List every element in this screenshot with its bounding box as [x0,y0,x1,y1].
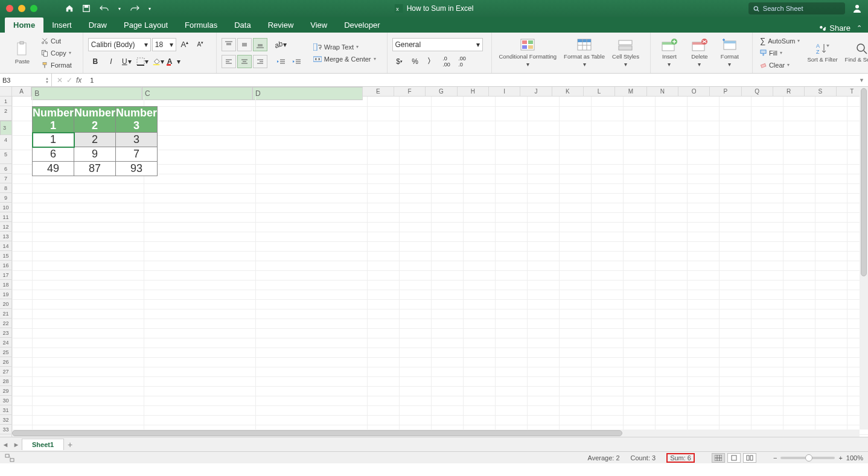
cancel-formula-icon[interactable]: ✕ [57,76,63,84]
row-header[interactable]: 31 [0,405,12,415]
end-mode-icon[interactable] [5,454,14,462]
zoom-level[interactable]: 100% [846,454,863,462]
row-header[interactable]: 2 [0,106,12,121]
row-header[interactable]: 17 [0,270,12,280]
number-format-select[interactable]: General▾ [392,38,483,51]
decrease-decimal-button[interactable]: .00.0 [455,55,470,68]
column-header[interactable]: N [647,87,678,96]
share-button[interactable]: Share [819,24,850,33]
increase-font-button[interactable]: A▴ [177,38,192,51]
tab-view[interactable]: View [302,17,336,33]
tab-data[interactable]: Data [226,17,259,33]
name-box[interactable]: B3▲▼ [0,74,52,86]
worksheet-grid[interactable]: ABCDEFGHIJKLMNOPQRST 1234567891011121314… [0,87,868,437]
vertical-scrollbar[interactable] [860,87,868,430]
scroll-thumb[interactable] [861,88,867,276]
page-break-button[interactable] [743,453,756,463]
row-header[interactable]: 5 [0,150,12,164]
tab-insert[interactable]: Insert [43,17,80,33]
redo-icon[interactable] [129,4,140,13]
column-header[interactable]: P [710,87,741,96]
row-header[interactable]: 13 [0,232,12,241]
align-top-button[interactable] [222,38,236,51]
align-center-button[interactable] [237,55,252,68]
row-header[interactable]: 15 [0,251,12,261]
fill-button[interactable]: Fill▾ [758,48,803,59]
table-header-cell[interactable]: Number 2 [74,107,116,133]
tab-page-layout[interactable]: Page Layout [115,17,176,33]
fill-color-button[interactable]: ▾ [151,55,165,68]
tab-nav-prev[interactable]: ◄ [0,441,11,448]
data-cell[interactable]: 7 [116,147,158,162]
column-header[interactable]: L [584,87,615,96]
increase-indent-button[interactable] [289,55,304,68]
zoom-control[interactable]: − + 100% [773,454,863,462]
column-header[interactable]: R [773,87,805,96]
tab-home[interactable]: Home [5,17,43,33]
search-sheet[interactable] [748,2,845,14]
column-header[interactable]: I [489,87,520,96]
row-header[interactable]: 10 [0,203,12,212]
column-header[interactable]: J [520,87,552,96]
row-header[interactable]: 20 [0,299,12,309]
tab-review[interactable]: Review [260,17,302,33]
tab-formulas[interactable]: Formulas [176,17,226,33]
font-name-select[interactable]: Calibri (Body)▾ [88,38,151,51]
clear-button[interactable]: Clear▾ [758,60,803,71]
row-header[interactable]: 21 [0,309,12,319]
column-header[interactable]: F [394,87,426,96]
font-color-button[interactable]: A▾ [167,55,181,68]
undo-icon[interactable] [99,4,110,13]
row-header[interactable]: 34 [0,434,12,437]
decrease-indent-button[interactable] [273,55,288,68]
zoom-out-button[interactable]: − [773,454,777,462]
table-header-cell[interactable]: Number 3 [116,107,158,133]
column-header[interactable]: M [615,87,646,96]
column-header[interactable]: Q [742,87,773,96]
ribbon-collapse-icon[interactable]: ⌃ [857,24,862,32]
row-header[interactable]: 32 [0,415,12,425]
undo-dropdown-icon[interactable]: ▾ [118,6,121,11]
format-cells-button[interactable]: Format▾ [716,37,744,69]
percent-button[interactable]: % [408,55,423,68]
save-icon[interactable] [82,4,91,13]
tab-draw[interactable]: Draw [80,17,115,33]
column-header[interactable]: E [363,87,394,96]
row-header[interactable]: 18 [0,280,12,290]
tab-developer[interactable]: Developer [336,17,388,33]
align-left-button[interactable] [222,55,236,68]
zoom-in-button[interactable]: + [838,454,842,462]
fx-icon[interactable]: fx [76,76,81,84]
row-header[interactable]: 30 [0,396,12,405]
format-painter-button[interactable]: Format [39,60,74,71]
align-bottom-button[interactable] [253,38,267,51]
currency-button[interactable]: $▾ [392,55,407,68]
increase-decimal-button[interactable]: .0.00 [439,55,454,68]
format-as-table-button[interactable]: Format as Table▾ [561,37,607,69]
row-header[interactable]: 24 [0,338,12,347]
row-header[interactable]: 26 [0,357,12,367]
row-header[interactable]: 8 [0,183,12,193]
tab-nav-next[interactable]: ► [11,441,22,448]
qat-customize-icon[interactable]: ▾ [148,6,151,11]
close-window-icon[interactable] [6,5,13,12]
data-cell[interactable]: 1 [33,133,74,147]
find-select-button[interactable]: Find & Select [843,41,868,64]
expand-formula-bar-icon[interactable]: ▼ [855,77,868,83]
data-cell[interactable]: 3 [116,133,158,147]
data-cell[interactable]: 2 [74,133,116,147]
italic-button[interactable]: I [104,55,118,68]
row-header[interactable]: 28 [0,376,12,386]
bold-button[interactable]: B [88,55,103,68]
column-header[interactable]: S [805,87,836,96]
row-header[interactable]: 33 [0,425,12,434]
row-header[interactable]: 22 [0,319,12,328]
insert-cells-button[interactable]: Insert▾ [656,37,683,69]
wrap-text-button[interactable]: Wrap Text▾ [311,42,378,52]
row-header[interactable]: 6 [0,164,12,174]
comma-button[interactable]: 〉 [424,55,438,68]
autosum-button[interactable]: ∑AutoSum▾ [758,36,803,46]
row-header[interactable]: 11 [0,212,12,222]
align-right-button[interactable] [253,55,267,68]
font-size-select[interactable]: 18▾ [152,38,176,51]
